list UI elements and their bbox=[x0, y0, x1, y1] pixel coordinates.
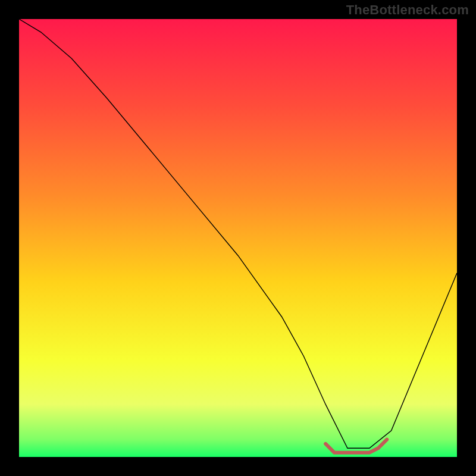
curve-layer bbox=[19, 19, 457, 457]
plot-area bbox=[19, 19, 457, 457]
bottleneck-curve bbox=[19, 19, 457, 448]
chart-container: TheBottleneck.com bbox=[0, 0, 476, 476]
watermark-text: TheBottleneck.com bbox=[346, 2, 469, 18]
